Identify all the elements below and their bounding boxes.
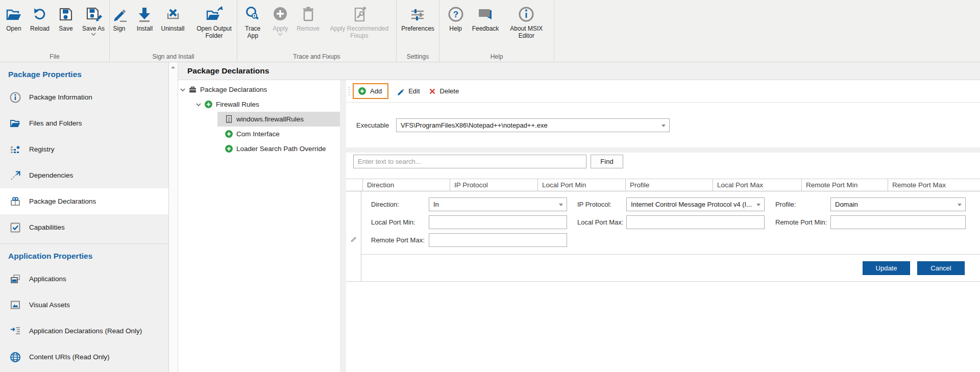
sidebar-item-registry[interactable]: Registry — [0, 136, 168, 162]
section-gap — [346, 147, 980, 153]
column-header-direction[interactable]: Direction — [362, 179, 450, 191]
search-input[interactable] — [353, 155, 586, 168]
group-label-sign-install: Sign and Install — [110, 53, 237, 60]
ip-protocol-combobox[interactable]: Internet Control Message Protocol v4 (I.… — [626, 197, 765, 211]
edit-row-pencil-icon — [350, 235, 357, 242]
row-edit-indicator — [346, 191, 361, 281]
ribbon-spacer — [554, 0, 980, 62]
profile-combobox[interactable]: Domain — [830, 197, 966, 211]
preferences-button[interactable]: Preferences — [399, 4, 437, 32]
visual-assets-icon — [9, 299, 21, 311]
find-button[interactable]: Find — [591, 155, 623, 168]
edit-button[interactable]: Edit — [397, 87, 420, 95]
group-label-file: File — [0, 53, 109, 60]
open-button[interactable]: Open — [2, 4, 26, 32]
ribbon-group-settings: Preferences Settings — [397, 0, 439, 62]
tree-node-package-declarations[interactable]: Package Declarations — [178, 82, 340, 97]
local-port-min-input[interactable] — [429, 215, 567, 229]
feedback-button[interactable]: Feedback — [470, 4, 502, 32]
trash-icon — [299, 5, 317, 23]
profile-label: Profile: — [775, 201, 830, 208]
table-header: Direction IP Protocol Local Port Min Pro… — [346, 179, 980, 191]
remote-port-min-input[interactable] — [830, 215, 966, 229]
add-button[interactable]: Add — [353, 83, 388, 99]
save-as-icon — [84, 5, 103, 23]
tree-node-windows-firewallrules[interactable]: windows.firewallRules — [217, 112, 340, 127]
delete-button[interactable]: Delete — [428, 87, 459, 95]
reload-icon — [31, 5, 49, 23]
dependencies-icon — [9, 169, 21, 182]
rules-toolbar: Add Edit Delete — [346, 80, 980, 103]
sidebar-item-dependencies[interactable]: Dependencies — [0, 162, 168, 188]
document-icon — [225, 115, 233, 123]
chevron-expanded-icon[interactable] — [180, 87, 186, 93]
sidebar-scrollbar[interactable] — [169, 62, 178, 372]
scroll-up-icon[interactable] — [169, 64, 177, 71]
column-header-remote-port-min[interactable]: Remote Port Min — [801, 179, 888, 191]
remote-port-min-label: Remote Port Min: — [775, 218, 830, 226]
combo-arrow-icon — [756, 204, 761, 206]
ribbon-group-trace-fixups: Trace App Apply Remove Apply Recommended… — [237, 0, 397, 62]
column-header-ip-protocol[interactable]: IP Protocol — [450, 179, 537, 191]
column-header-remote-port-max[interactable]: Remote Port Max — [888, 179, 980, 191]
about-button[interactable]: About MSIX Editor — [503, 4, 549, 39]
app-declarations-icon — [9, 325, 21, 337]
apply-recommended-fixups-button[interactable]: Apply Recommended Fixups — [324, 4, 395, 39]
tree-node-com-interface[interactable]: Com Interface — [178, 127, 340, 141]
executable-combobox[interactable]: VFS\ProgramFilesX86\Notepad++\notepad++.… — [396, 118, 670, 132]
form-buttons: Update Cancel — [361, 254, 980, 281]
add-icon — [358, 87, 366, 95]
sidebar-item-files-and-folders[interactable]: Files and Folders — [0, 110, 168, 136]
search-row: Find — [353, 155, 980, 168]
delete-x-icon — [428, 87, 436, 95]
sidebar-item-package-information[interactable]: Package Information — [0, 84, 168, 110]
sidebar-item-visual-assets[interactable]: Visual Assets — [0, 292, 168, 318]
combo-arrow-icon — [559, 204, 563, 206]
tree-node-firewall-rules[interactable]: Firewall Rules — [178, 97, 340, 112]
group-label-settings: Settings — [397, 53, 439, 60]
save-as-button[interactable]: Save As — [80, 4, 107, 36]
direction-label: Direction: — [371, 201, 429, 208]
update-button[interactable]: Update — [863, 261, 910, 275]
chevron-down-icon — [91, 33, 96, 36]
sidebar-item-content-uris[interactable]: Content URIs (Read Only) — [0, 344, 168, 370]
group-label-help: Help — [439, 53, 554, 60]
uninstall-icon — [164, 5, 182, 23]
trace-app-button[interactable]: Trace App — [239, 4, 266, 39]
capabilities-icon — [9, 221, 21, 234]
cancel-button[interactable]: Cancel — [917, 261, 965, 275]
remote-port-max-input[interactable] — [429, 233, 567, 247]
uninstall-button[interactable]: Uninstall — [158, 4, 187, 32]
local-port-max-input[interactable] — [626, 215, 765, 229]
rules-grid-section: Find Direction IP Protocol Local Port Mi… — [346, 153, 980, 372]
open-output-folder-button[interactable]: Open Output Folder — [189, 4, 239, 39]
apply-button[interactable]: Apply — [268, 4, 292, 36]
panel-gap — [340, 80, 346, 372]
sidebar-item-applications[interactable]: Applications — [0, 266, 168, 292]
open-output-folder-icon — [205, 5, 224, 23]
sign-button[interactable]: Sign — [107, 4, 131, 32]
column-header-profile[interactable]: Profile — [625, 179, 713, 191]
remove-button[interactable]: Remove — [294, 4, 322, 32]
column-header-local-port-max[interactable]: Local Port Max — [713, 179, 801, 191]
install-button[interactable]: Install — [133, 4, 156, 32]
save-button[interactable]: Save — [54, 4, 78, 32]
remote-port-max-label: Remote Port Max: — [371, 236, 429, 244]
reload-button[interactable]: Reload — [28, 4, 52, 32]
chevron-down-icon — [278, 33, 283, 36]
tree-node-loader-search-path-override[interactable]: Loader Search Path Override — [178, 141, 340, 156]
globe-icon — [9, 351, 21, 363]
sidebar-item-capabilities[interactable]: Capabilities — [0, 214, 168, 240]
chevron-expanded-icon[interactable] — [195, 102, 202, 108]
sidebar-item-package-declarations[interactable]: Package Declarations — [0, 188, 168, 214]
help-button[interactable]: ? Help — [444, 4, 468, 32]
ip-protocol-label: IP Protocol: — [577, 201, 626, 208]
sidebar-item-application-declarations[interactable]: Application Declarations (Read Only) — [0, 318, 168, 344]
toolbox-icon — [188, 85, 197, 94]
add-node-icon — [225, 130, 233, 138]
local-port-min-label: Local Port Min: — [371, 218, 429, 226]
direction-combobox[interactable]: In — [429, 197, 567, 211]
column-header-local-port-min[interactable]: Local Port Min — [537, 179, 625, 191]
toolbar-drag-handle[interactable] — [349, 87, 350, 95]
rule-edit-row: Direction: In IP Protocol: Internet Cont… — [346, 191, 980, 282]
